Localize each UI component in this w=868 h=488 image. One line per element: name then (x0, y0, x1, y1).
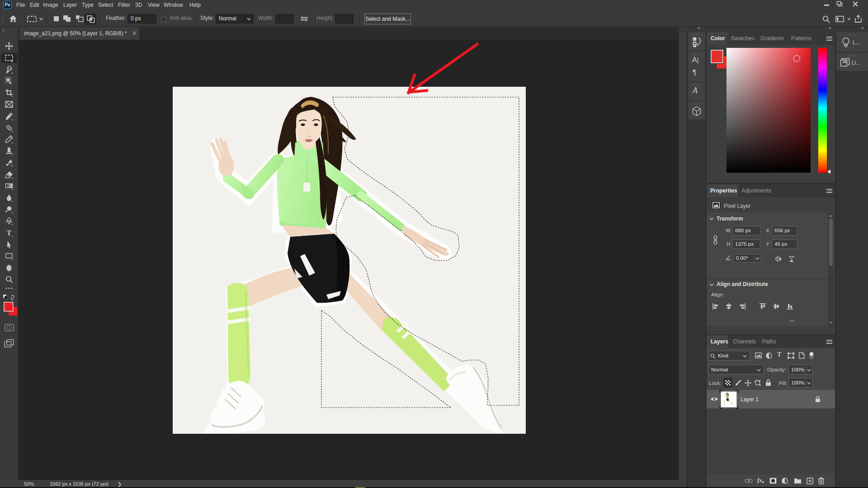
svg-text:T: T (6, 229, 12, 237)
